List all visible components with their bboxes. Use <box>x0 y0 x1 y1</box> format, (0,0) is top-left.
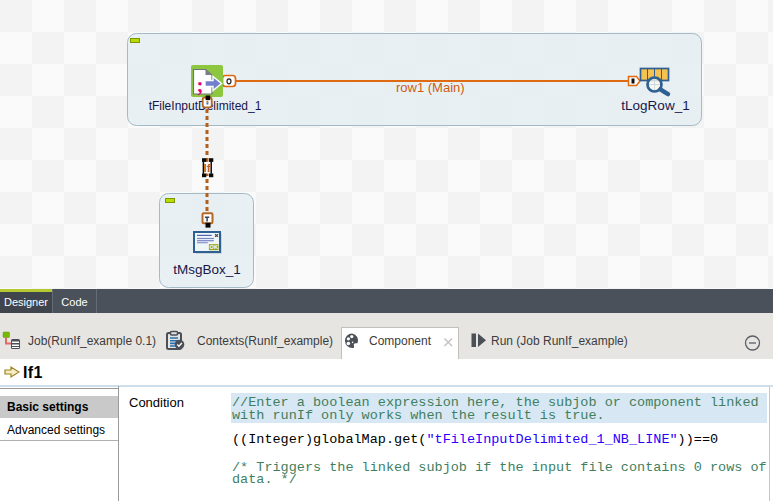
svg-text:OK: OK <box>210 244 218 250</box>
svg-text:;: ; <box>197 73 204 97</box>
svg-text:tMsgBox_1: tMsgBox_1 <box>173 262 241 277</box>
svg-text:If: If <box>204 162 211 174</box>
svg-text:tLogRow_1: tLogRow_1 <box>621 98 689 113</box>
svg-text:row1 (Main): row1 (Main) <box>396 80 465 95</box>
